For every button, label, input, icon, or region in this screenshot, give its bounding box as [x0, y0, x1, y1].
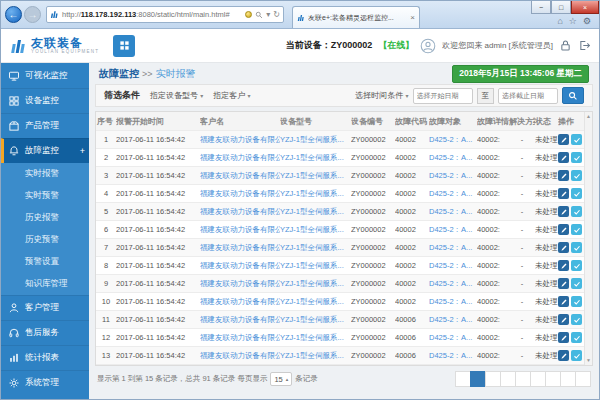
customer-link[interactable]: 福建友联动力设备有限公... [200, 171, 280, 180]
fault-object-link[interactable]: D425-2：A... [429, 135, 472, 144]
compatibility-view-icon[interactable] [245, 11, 252, 18]
address-bar[interactable]: http://118.178.192.113:8080/static/html/… [46, 6, 284, 23]
sidebar-item-statistics-reports[interactable]: 统计报表 [1, 345, 89, 370]
device-model-link[interactable]: YZJ-1型全伺服系... [280, 189, 344, 198]
browser-back-button[interactable]: ← [5, 6, 22, 23]
fault-object-link[interactable]: D425-2：A... [429, 279, 472, 288]
fault-object-link[interactable]: D425-2：A... [429, 153, 472, 162]
device-model-link[interactable]: YZJ-1型全伺服系... [280, 315, 344, 324]
confirm-button[interactable] [571, 332, 582, 343]
confirm-button[interactable] [571, 350, 582, 361]
confirm-button[interactable] [571, 170, 582, 181]
edit-button[interactable] [558, 260, 569, 271]
edit-button[interactable] [558, 314, 569, 325]
device-model-link[interactable]: YZJ-1型全伺服系... [280, 297, 344, 306]
page-button[interactable] [455, 371, 471, 387]
page-button[interactable] [470, 371, 486, 387]
customer-link[interactable]: 福建友联动力设备有限公... [200, 135, 280, 144]
edit-button[interactable] [558, 350, 569, 361]
edit-button[interactable] [558, 242, 569, 253]
confirm-button[interactable] [571, 296, 582, 307]
device-model-link[interactable]: YZJ-1型全伺服系... [280, 261, 344, 270]
fault-object-link[interactable]: D425-2：A... [429, 333, 472, 342]
expand-indicator-icon[interactable]: + [80, 146, 85, 156]
scroll-down-icon[interactable]: ▼ [586, 356, 591, 365]
confirm-button[interactable] [571, 260, 582, 271]
page-size-select[interactable]: 15 ▴ [270, 372, 292, 386]
edit-button[interactable] [558, 224, 569, 235]
edit-button[interactable] [558, 170, 569, 181]
sidebar-item-after-sales-service[interactable]: 售后服务 [1, 320, 89, 345]
table-scrollbar[interactable]: ▲ ▼ [584, 112, 592, 365]
device-model-link[interactable]: YZJ-1型全伺服系... [280, 135, 344, 144]
page-button[interactable] [575, 371, 591, 387]
edit-button[interactable] [558, 296, 569, 307]
device-model-link[interactable]: YZJ-1型全伺服系... [280, 279, 344, 288]
minimize-button[interactable]: − [531, 1, 551, 14]
edit-button[interactable] [558, 134, 569, 145]
confirm-button[interactable] [571, 188, 582, 199]
edit-button[interactable] [558, 188, 569, 199]
customer-link[interactable]: 福建友联动力设备有限公... [200, 333, 280, 342]
logout-icon[interactable] [578, 39, 591, 52]
sidebar-submenu-item[interactable]: 实时报警 [1, 163, 89, 185]
end-date-input[interactable] [498, 88, 558, 104]
customer-link[interactable]: 福建友联动力设备有限公... [200, 315, 280, 324]
confirm-button[interactable] [571, 278, 582, 289]
confirm-button[interactable] [571, 134, 582, 145]
confirm-button[interactable] [571, 224, 582, 235]
tab-close-icon[interactable]: × [410, 13, 415, 22]
customer-dropdown[interactable]: 指定客户 ▾ [213, 90, 250, 101]
customer-link[interactable]: 福建友联动力设备有限公... [200, 351, 280, 360]
sidebar-item-product-management[interactable]: 产品管理 [1, 113, 89, 138]
sidebar-submenu-item[interactable]: 历史报警 [1, 207, 89, 229]
fault-object-link[interactable]: D425-2：A... [429, 243, 472, 252]
avatar[interactable] [420, 38, 436, 54]
page-button[interactable] [500, 371, 516, 387]
sidebar-item-customer-management[interactable]: 客户管理 [1, 295, 89, 320]
scroll-up-icon[interactable]: ▲ [586, 112, 591, 121]
customer-link[interactable]: 福建友联动力设备有限公... [200, 261, 280, 270]
fault-object-link[interactable]: D425-2：A... [429, 261, 472, 270]
fault-object-link[interactable]: D425-2：A... [429, 171, 472, 180]
fault-object-link[interactable]: D425-2：A... [429, 207, 472, 216]
page-button[interactable] [485, 371, 501, 387]
sidebar-item-device-monitoring[interactable]: 设备监控 [1, 88, 89, 113]
customer-link[interactable]: 福建友联动力设备有限公... [200, 279, 280, 288]
search-button[interactable] [562, 87, 584, 104]
edit-button[interactable] [558, 152, 569, 163]
confirm-button[interactable] [571, 152, 582, 163]
customer-link[interactable]: 福建友联动力设备有限公... [200, 297, 280, 306]
device-model-link[interactable]: YZJ-1型全伺服系... [280, 207, 344, 216]
confirm-button[interactable] [571, 314, 582, 325]
page-button[interactable] [560, 371, 576, 387]
maximize-button[interactable]: □ [551, 1, 571, 14]
start-date-input[interactable] [413, 88, 473, 104]
fault-object-link[interactable]: D425-2：A... [429, 315, 472, 324]
fault-object-link[interactable]: D425-2：A... [429, 189, 472, 198]
sidebar-submenu-item[interactable]: 历史预警 [1, 229, 89, 251]
refresh-icon[interactable]: ↻ [273, 10, 280, 19]
fault-object-link[interactable]: D425-2：A... [429, 351, 472, 360]
sidebar-item-fault-monitoring[interactable]: 故障监控 + [1, 138, 89, 163]
device-model-link[interactable]: YZJ-1型全伺服系... [280, 333, 344, 342]
fault-object-link[interactable]: D425-2：A... [429, 297, 472, 306]
device-model-dropdown[interactable]: 指定设备型号 ▾ [150, 90, 203, 101]
sidebar-toggle-button[interactable] [113, 35, 135, 57]
device-model-link[interactable]: YZJ-1型全伺服系... [280, 243, 344, 252]
page-button[interactable] [515, 371, 531, 387]
customer-link[interactable]: 福建友联动力设备有限公... [200, 243, 280, 252]
confirm-button[interactable] [571, 206, 582, 217]
device-model-link[interactable]: YZJ-1型全伺服系... [280, 153, 344, 162]
search-icon[interactable] [255, 11, 263, 19]
browser-tab[interactable]: 友联e+:装备精灵远程监控... × [292, 6, 420, 28]
customer-link[interactable]: 福建友联动力设备有限公... [200, 207, 280, 216]
favorites-star-icon[interactable]: ☆ [569, 16, 577, 26]
device-model-link[interactable]: YZJ-1型全伺服系... [280, 171, 344, 180]
settings-gear-icon[interactable]: ⚙ [583, 16, 591, 26]
customer-link[interactable]: 福建友联动力设备有限公... [200, 189, 280, 198]
sidebar-item-visual-monitoring[interactable]: 可视化监控 [1, 63, 89, 88]
page-button[interactable] [545, 371, 561, 387]
edit-button[interactable] [558, 206, 569, 217]
sidebar-submenu-item[interactable]: 知识库管理 [1, 273, 89, 295]
